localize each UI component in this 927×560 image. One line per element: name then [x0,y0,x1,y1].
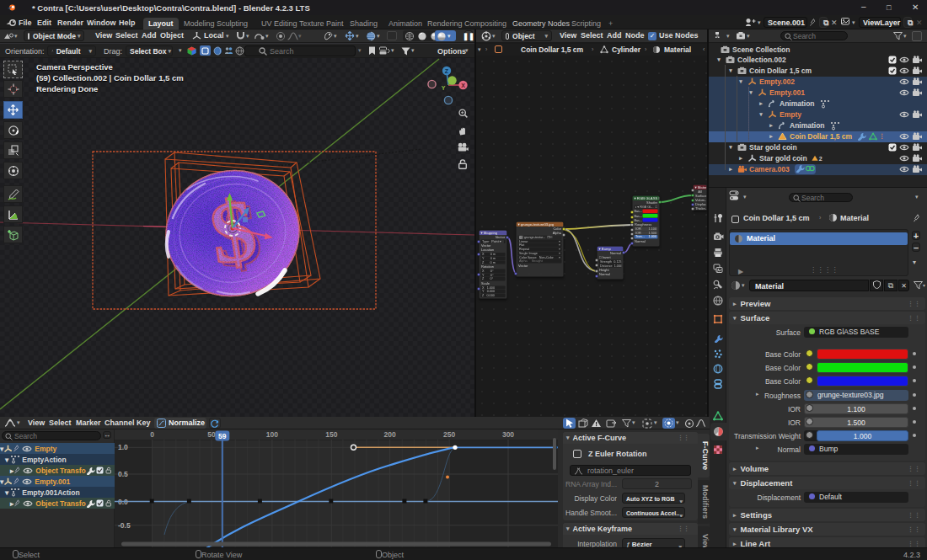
svg-text:1.0: 1.0 [118,443,128,451]
svg-text:-0.5: -0.5 [118,521,131,530]
svg-text:0.5: 0.5 [118,470,128,478]
svg-text:X: X [461,83,465,88]
svg-text:59: 59 [218,432,227,440]
svg-text:100: 100 [266,430,278,439]
svg-text:300: 300 [502,430,514,439]
svg-text:250: 250 [443,430,455,439]
svg-text:50: 50 [207,430,216,439]
svg-text:200: 200 [384,430,396,439]
svg-text:150: 150 [325,430,337,439]
svg-text:Y: Y [442,85,446,91]
svg-text:0: 0 [150,430,154,439]
svg-text:Z: Z [445,68,449,74]
